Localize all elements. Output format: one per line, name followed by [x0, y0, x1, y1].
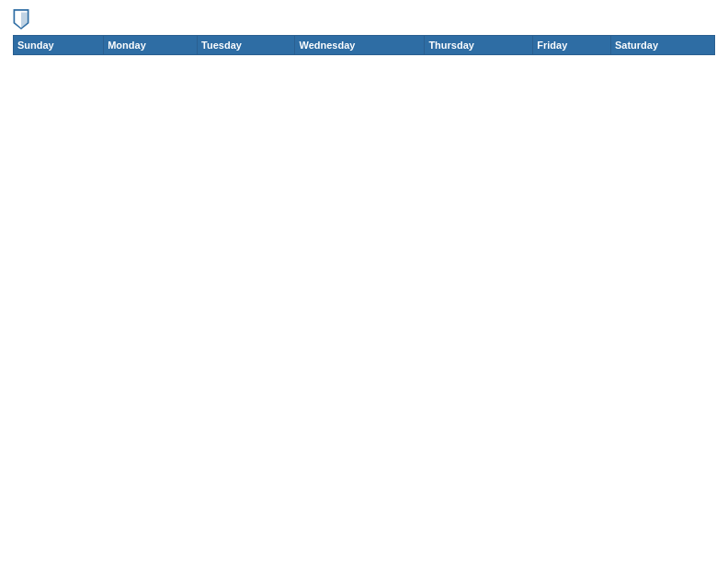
page: SundayMondayTuesdayWednesdayThursdayFrid…: [0, 0, 728, 563]
weekday-header-thursday: Thursday: [425, 36, 533, 55]
weekday-header-sunday: Sunday: [14, 36, 104, 55]
weekday-header-tuesday: Tuesday: [198, 36, 295, 55]
weekday-header-friday: Friday: [533, 36, 611, 55]
logo-icon: [13, 9, 29, 29]
calendar-table: SundayMondayTuesdayWednesdayThursdayFrid…: [13, 35, 715, 55]
weekday-header-row: SundayMondayTuesdayWednesdayThursdayFrid…: [14, 36, 715, 55]
weekday-header-monday: Monday: [104, 36, 198, 55]
weekday-header-saturday: Saturday: [610, 36, 714, 55]
header: [13, 9, 715, 29]
weekday-header-wednesday: Wednesday: [295, 36, 425, 55]
logo: [13, 9, 33, 29]
